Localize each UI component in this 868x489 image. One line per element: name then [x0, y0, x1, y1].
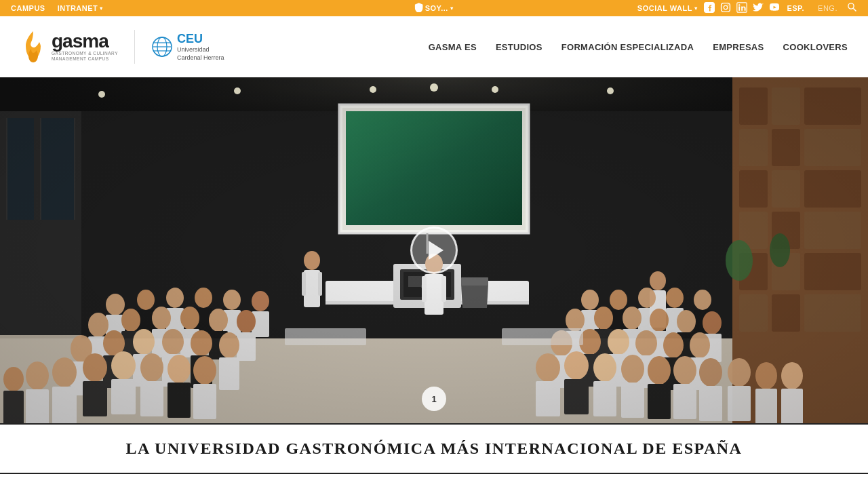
social-wall-link[interactable]: SOCIAL WALL ▾	[637, 4, 698, 12]
intranet-label: INTRANET	[58, 4, 98, 12]
logo-ceu: CEU Universidad Cardenal Herrera	[151, 32, 224, 62]
facebook-icon[interactable]	[704, 2, 715, 15]
svg-rect-0	[722, 3, 730, 12]
svg-point-5	[738, 4, 740, 5]
social-wall-chevron: ▾	[694, 5, 698, 12]
logo-text-area: gasma GASTRONOMY & CULINARY MANAGEMENT C…	[52, 32, 118, 62]
nav-cooklovers[interactable]: COOKLOVERS	[783, 42, 848, 52]
svg-line-7	[853, 8, 856, 11]
nav-bar: gasma GASTRONOMY & CULINARY MANAGEMENT C…	[0, 16, 868, 77]
gasma-sub2: MANAGEMENT CAMPUS	[52, 56, 118, 62]
svg-point-6	[848, 3, 854, 9]
ceu-globe-icon	[151, 36, 173, 58]
social-wall-label: SOCIAL WALL	[637, 4, 692, 12]
svg-point-2	[728, 4, 729, 5]
search-icon[interactable]	[847, 2, 857, 14]
svg-rect-4	[739, 6, 741, 10]
intranet-link[interactable]: INTRANET ▾	[58, 4, 103, 12]
ceu-sub2: Cardenal Herrera	[177, 54, 224, 62]
ceu-sub1: Universidad	[177, 46, 224, 54]
pagination-dot[interactable]: 1	[422, 387, 446, 411]
shield-icon	[415, 3, 423, 14]
tagline-text: LA UNIVERSIDAD GASTRONÓMICA MÁS INTERNAC…	[126, 439, 743, 458]
lang-eng[interactable]: ENG.	[818, 4, 837, 12]
pagination-number: 1	[431, 394, 436, 404]
top-bar: CAMPUS INTRANET ▾ SOY... ▾ SOCIAL WALL ▾	[0, 0, 868, 16]
play-triangle-icon	[429, 241, 443, 260]
main-nav: GASMA ES ESTUDIOS FORMACIÓN ESPECIALIZAD…	[429, 42, 848, 52]
soy-link[interactable]: SOY... ▾	[415, 3, 454, 14]
ceu-title: CEU	[177, 32, 224, 46]
play-button[interactable]	[410, 227, 458, 274]
top-bar-right: SOCIAL WALL ▾ ESP. ENG.	[637, 2, 857, 15]
campus-link[interactable]: CAMPUS	[11, 4, 45, 12]
top-bar-center: SOY... ▾	[415, 3, 454, 14]
top-bar-left: CAMPUS INTRANET ▾	[11, 4, 103, 12]
instagram-icon[interactable]	[720, 2, 731, 15]
svg-point-1	[724, 5, 728, 9]
nav-estudios[interactable]: ESTUDIOS	[496, 42, 542, 52]
logo-divider	[134, 30, 135, 64]
youtube-icon[interactable]	[769, 2, 780, 15]
soy-chevron: ▾	[450, 5, 454, 12]
nav-formacion[interactable]: FORMACIÓN ESPECIALIZADA	[561, 42, 694, 52]
ceu-text: CEU Universidad Cardenal Herrera	[177, 32, 224, 62]
linkedin-icon[interactable]	[736, 2, 747, 15]
nav-gasma-es[interactable]: GASMA ES	[429, 42, 477, 52]
gasma-name: gasma	[52, 32, 118, 51]
gasma-flame-icon	[20, 30, 46, 64]
logo-area: gasma GASTRONOMY & CULINARY MANAGEMENT C…	[20, 30, 224, 64]
logo-gasma: gasma GASTRONOMY & CULINARY MANAGEMENT C…	[20, 30, 118, 64]
gasma-sub1: GASTRONOMY & CULINARY	[52, 51, 118, 56]
twitter-icon[interactable]	[753, 2, 764, 15]
social-icons	[704, 2, 780, 15]
tagline-bar: LA UNIVERSIDAD GASTRONÓMICA MÁS INTERNAC…	[0, 423, 868, 474]
hero-section: 1	[0, 77, 868, 423]
campus-label: CAMPUS	[11, 4, 45, 12]
intranet-chevron: ▾	[100, 5, 103, 12]
nav-empresas[interactable]: EMPRESAS	[713, 42, 764, 52]
lang-esp[interactable]: ESP.	[787, 4, 804, 12]
soy-label: SOY...	[425, 4, 448, 12]
